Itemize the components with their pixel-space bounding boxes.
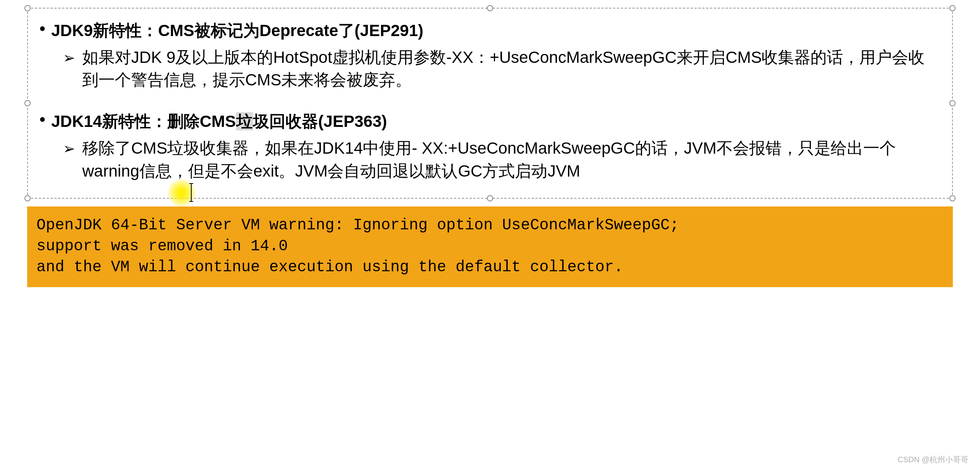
title-selected: 垃 <box>236 112 253 130</box>
bullet-list: JDK9新特性：CMS被标记为Deprecate了(JEP291) 如果对JDK… <box>40 20 940 182</box>
sub-list: 如果对JDK 9及以上版本的HotSpot虚拟机使用参数-XX：+UseConc… <box>51 46 940 92</box>
resize-handle-left[interactable] <box>24 100 31 106</box>
resize-handle-top-left[interactable] <box>24 5 31 11</box>
bullet-title: JDK14新特性：删除CMS垃圾回收器(JEP363) <box>51 111 940 132</box>
text-cursor-icon <box>191 183 192 202</box>
warning-output-box: OpenJDK 64-Bit Server VM warning: Ignori… <box>27 206 953 287</box>
sub-item[interactable]: 如果对JDK 9及以上版本的HotSpot虚拟机使用参数-XX：+UseConc… <box>82 46 940 92</box>
title-suffix: 圾回收器(JEP363) <box>253 112 387 130</box>
sub-item[interactable]: 移除了CMS垃圾收集器，如果在JDK14中使用- XX:+UseConcMark… <box>82 137 940 183</box>
resize-handle-top[interactable] <box>487 5 493 11</box>
resize-handle-bottom[interactable] <box>487 195 493 201</box>
title-prefix: JDK14新特性：删除CM <box>51 112 225 130</box>
watermark: CSDN @杭州小哥哥 <box>897 454 968 465</box>
sub-list: 移除了CMS垃圾收集器，如果在JDK14中使用- XX:+UseConcMark… <box>51 137 940 183</box>
title-s: S <box>225 112 236 130</box>
slide-textbox[interactable]: JDK9新特性：CMS被标记为Deprecate了(JEP291) 如果对JDK… <box>27 8 953 199</box>
resize-handle-bottom-right[interactable] <box>949 195 956 201</box>
resize-handle-top-right[interactable] <box>949 5 956 11</box>
resize-handle-bottom-left[interactable] <box>24 195 31 201</box>
resize-handle-right[interactable] <box>949 100 956 106</box>
bullet-item-jdk14[interactable]: JDK14新特性：删除CMS垃圾回收器(JEP363) 移除了CMS垃圾收集器，… <box>51 111 940 182</box>
bullet-title: JDK9新特性：CMS被标记为Deprecate了(JEP291) <box>51 20 940 42</box>
bullet-item-jdk9[interactable]: JDK9新特性：CMS被标记为Deprecate了(JEP291) 如果对JDK… <box>51 20 940 92</box>
